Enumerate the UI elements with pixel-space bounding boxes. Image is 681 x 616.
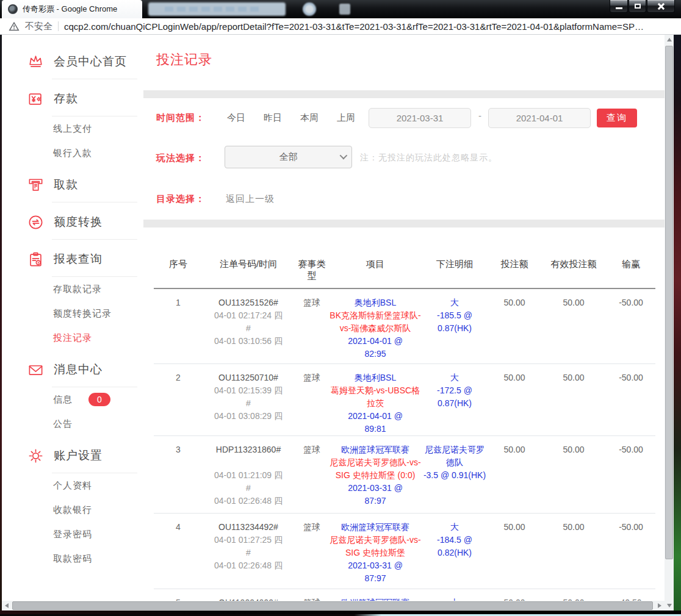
vertical-scroll-thumb[interactable] — [665, 46, 673, 559]
table-row: 1OU113251526#04-01 02:17:24 四#04-01 03:1… — [154, 289, 655, 364]
table-row: 2OU113250710#04-01 02:15:39 四#04-01 03:0… — [154, 364, 655, 436]
scroll-right-icon[interactable] — [655, 601, 665, 611]
quick-link-yesterday[interactable]: 昨日 — [264, 112, 282, 124]
sidebar-subitem-label: 取款密码 — [53, 553, 92, 565]
cell-line: 欧洲篮球冠军联赛 — [330, 521, 421, 534]
sidebar-subitem-withdraw-password[interactable]: 取款密码 — [2, 546, 137, 571]
scroll-up-icon[interactable] — [665, 35, 674, 45]
column-header: 项目 — [330, 251, 421, 282]
sidebar: 会员中心首页存款线上支付银行入款取款额度转换报表查询存取款记录额度转换记录投注记… — [2, 35, 137, 601]
section-divider — [143, 90, 665, 98]
column-header: 下注明细 — [421, 251, 488, 282]
sidebar-subitem-label: 公告 — [53, 418, 73, 430]
background-window-text — [165, 7, 262, 12]
cell-line: # — [203, 482, 294, 495]
search-button[interactable]: 查询 — [597, 109, 637, 127]
sidebar-item-home[interactable]: 会员中心首页 — [2, 49, 137, 74]
cell-line: 04-01 02:26:48 四 — [203, 495, 294, 507]
date-from-input[interactable]: 2021-03-31 — [369, 108, 471, 128]
page-title: 投注记录 — [156, 51, 212, 69]
sidebar-subitem-label: 收款银行 — [53, 504, 92, 516]
cell-bet-amount: 50.00 — [488, 364, 541, 435]
window-border-right — [674, 18, 681, 616]
minimize-icon — [616, 7, 622, 9]
sidebar-subitem-label: 登录密码 — [53, 529, 92, 540]
cell-line: 04-01 01:21:09 四 — [203, 469, 294, 482]
cell-project: 欧洲篮球冠军联赛土耳其电信篮球队 — [330, 589, 421, 601]
sidebar-subitem-receiving-bank[interactable]: 收款银行 — [2, 498, 137, 522]
sidebar-subitem-label: 存取款记录 — [53, 284, 102, 295]
message-icon — [27, 362, 44, 378]
back-up-level-link[interactable]: 返回上一级 — [226, 193, 275, 205]
vertical-scrollbar[interactable] — [665, 35, 674, 611]
cell-line: 欧洲篮球冠军联赛 — [330, 443, 421, 456]
cell-line: OU113251526# — [203, 296, 294, 309]
sidebar-item-report[interactable]: 报表查询 — [2, 247, 137, 271]
cell-bet-amount: 50.00 — [488, 436, 541, 513]
cell-valid-amount: 50.00 — [541, 364, 607, 435]
date-to-input[interactable]: 2021-04-01 — [488, 108, 591, 128]
close-icon — [657, 2, 665, 10]
sidebar-subitem-transfer-records[interactable]: 额度转换记录 — [2, 301, 137, 326]
cell-line: 2021-04-01 @ — [330, 410, 421, 423]
cell-bet-detail: 大-129.5 @ — [421, 589, 488, 601]
sidebar-subitem-announcements[interactable]: 公告 — [2, 412, 137, 436]
sidebar-item-account[interactable]: 账户设置 — [2, 443, 137, 468]
column-header: 投注额 — [488, 251, 541, 282]
scroll-down-icon[interactable] — [665, 601, 674, 611]
sidebar-subitem-login-password[interactable]: 登录密码 — [2, 522, 137, 546]
cell-line: 尼兹尼诺夫哥罗德队-vs-SIG 史特拉斯堡 (0:0) — [330, 456, 421, 482]
sidebar-subitem-messages[interactable]: 信息0 — [2, 387, 137, 412]
cell-line: # — [203, 546, 294, 559]
sidebar-subitem-label: 个人资料 — [53, 480, 92, 492]
sidebar-subitem-bank-deposit[interactable]: 银行入款 — [2, 141, 137, 165]
sidebar-item-label: 报表查询 — [54, 251, 103, 267]
background-window-icon — [303, 2, 316, 16]
close-button[interactable] — [647, 0, 675, 13]
cell-valid-amount: 50.00 — [541, 289, 607, 364]
security-label: 不安全 — [25, 21, 52, 32]
play-type-value: 全部 — [279, 151, 298, 163]
sidebar-item-withdraw[interactable]: 取款 — [2, 173, 137, 197]
cell-bet-amount: 50.00 — [488, 589, 541, 601]
sidebar-item-transfer[interactable]: 额度转换 — [2, 210, 137, 234]
sidebar-subitem-bet-records[interactable]: 投注记录 — [2, 326, 137, 350]
sidebar-subitem-deposit-withdraw-records[interactable]: 存取款记录 — [2, 277, 137, 301]
url-text[interactable]: cqcp2.com/chuanQiCPLoginWeb/app/reportDe… — [64, 21, 644, 32]
sidebar-item-message[interactable]: 消息中心 — [2, 357, 137, 382]
cell-seq: 4 — [154, 514, 203, 589]
play-type-select[interactable]: 全部 — [225, 146, 352, 168]
cell-line: # — [203, 397, 294, 410]
horizontal-scrollbar[interactable] — [2, 601, 665, 611]
cell-line: 大 — [421, 371, 488, 384]
cell-line: 04-01 03:10:56 四 — [203, 335, 294, 348]
scroll-left-icon[interactable] — [2, 601, 12, 611]
quick-link-this-week[interactable]: 本周 — [300, 112, 319, 124]
maximize-button[interactable] — [629, 0, 646, 13]
cell-line: BK克洛斯特新堡篮球队-vs-瑞佛森威尔斯队 — [330, 309, 421, 335]
cell-sport-type: 篮球 — [294, 514, 330, 589]
cell-project: 欧洲篮球冠军联赛尼兹尼诺夫哥罗德队-vs-SIG 史特拉斯堡 (0:0)2021… — [330, 436, 421, 513]
sidebar-item-deposit[interactable]: 存款 — [2, 87, 137, 111]
cell-line: 04-01 01:27:25 四 — [203, 534, 294, 546]
cell-line: 大 — [421, 596, 488, 601]
cell-bet-detail: 大-172.5 @0.87(HK) — [421, 364, 488, 435]
quick-link-last-week[interactable]: 上周 — [337, 112, 355, 124]
cell-line: -184.5 @ — [421, 534, 488, 546]
cell-line: 尼兹尼诺夫哥罗德队-vs-SIG 史特拉斯堡 — [330, 534, 421, 559]
window-titlebar: 传奇彩票 - Google Chrome — [0, 0, 681, 18]
address-bar: 不安全 cqcp2.com/chuanQiCPLoginWeb/app/repo… — [0, 18, 681, 35]
section-divider — [143, 220, 665, 227]
cell-win-loss: -50.00 — [607, 514, 655, 589]
cell-bet-detail: 尼兹尼诺夫哥罗德队-3.5 @ 0.91(HK) — [421, 436, 488, 513]
cell-order-number-time: OU113234992#04-01 01:28:52 四 — [203, 589, 294, 601]
minimize-button[interactable] — [610, 0, 628, 13]
cell-line: 奥地利BSL — [330, 371, 421, 384]
play-type-note: 注：无投注的玩法此处忽略显示。 — [360, 152, 497, 163]
quick-link-today[interactable]: 今日 — [227, 112, 245, 124]
sidebar-subitem-label: 线上支付 — [53, 123, 92, 135]
cell-sport-type: 篮球 — [294, 436, 330, 513]
sidebar-subitem-profile[interactable]: 个人资料 — [2, 473, 137, 498]
horizontal-scroll-thumb[interactable] — [12, 601, 653, 610]
sidebar-subitem-online-pay[interactable]: 线上支付 — [2, 116, 137, 141]
